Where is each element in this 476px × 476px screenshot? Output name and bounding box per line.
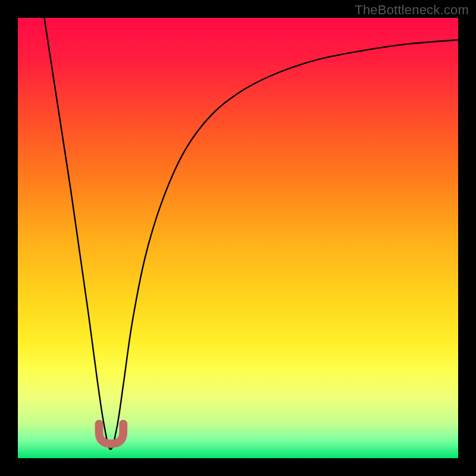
curve-layer: [18, 18, 458, 458]
plot-area: [18, 18, 458, 458]
min-marker: [99, 424, 124, 443]
bottleneck-curve: [44, 18, 458, 449]
watermark-text: TheBottleneck.com: [355, 2, 469, 18]
outer-frame: TheBottleneck.com: [0, 0, 476, 476]
